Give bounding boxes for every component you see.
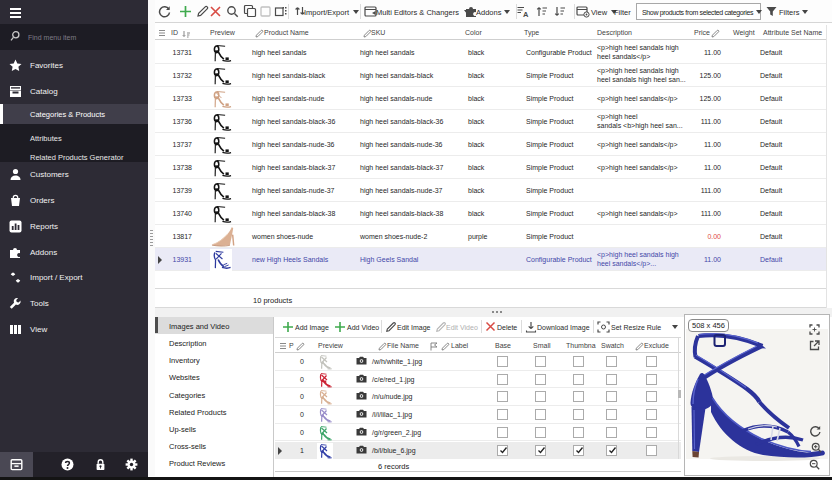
svg-text:A: A [523, 10, 529, 18]
